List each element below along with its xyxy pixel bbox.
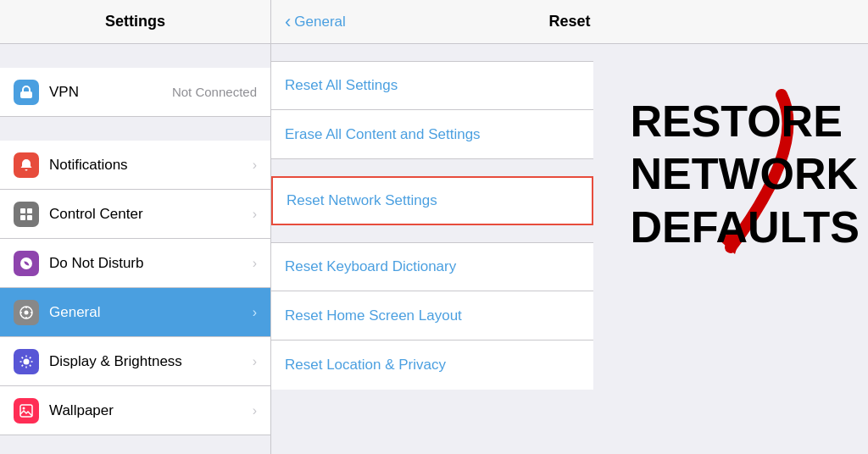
notifications-icon (14, 152, 39, 178)
restore-network-defaults-text: RESTORE NETWORK DEFAULTS (630, 95, 860, 253)
reset-group-3: Reset Keyboard Dictionary Reset Home Scr… (271, 242, 593, 390)
annotation-area: RESTORE NETWORK DEFAULTS (593, 44, 868, 454)
svg-rect-1 (20, 208, 25, 213)
sidebar-section-separator (0, 44, 270, 68)
sidebar-section-separator2 (0, 117, 270, 141)
reset-item-all-settings[interactable]: Reset All Settings (271, 61, 593, 110)
general-chevron: › (253, 305, 257, 320)
sidebar-item-dnd-label: Do Not Disturb (49, 255, 248, 272)
sidebar-item-display-brightness[interactable]: Display & Brightness › (0, 337, 270, 386)
sidebar-item-control-center-label: Control Center (49, 206, 248, 223)
nav-back-label: General (294, 14, 345, 30)
sidebar-header: Settings (0, 0, 270, 44)
general-icon (14, 300, 39, 325)
reset-group-2: Reset Network Settings (271, 176, 593, 225)
sidebar-item-vpn-label: VPN (49, 84, 172, 101)
svg-point-21 (23, 407, 25, 409)
gap-2 (271, 225, 593, 242)
nav-bar: ‹ General Reset (271, 0, 868, 44)
display-chevron: › (253, 354, 257, 369)
sidebar-item-notifications[interactable]: Notifications › (0, 141, 270, 190)
reset-list: Reset All Settings Erase All Content and… (271, 61, 593, 390)
nav-title: Reset (548, 13, 590, 30)
sidebar-item-control-center[interactable]: Control Center › (0, 190, 270, 239)
panel-container: Reset All Settings Erase All Content and… (271, 44, 868, 454)
reset-home-screen-layout-label: Reset Home Screen Layout (285, 307, 462, 324)
svg-point-6 (25, 310, 29, 314)
sidebar-title: Settings (105, 13, 165, 30)
svg-rect-2 (27, 208, 32, 213)
sidebar-item-wallpaper-label: Wallpaper (49, 402, 248, 419)
detail-panel: Reset All Settings Erase All Content and… (271, 44, 593, 454)
wallpaper-chevron: › (253, 403, 257, 418)
control-center-icon (14, 202, 39, 227)
reset-item-erase-content[interactable]: Erase All Content and Settings (271, 110, 593, 159)
back-arrow-icon: ‹ (285, 11, 291, 33)
svg-line-17 (30, 364, 31, 366)
sidebar-item-vpn-value: Not Connected (172, 85, 257, 99)
main-panel: ‹ General Reset Reset All Settings Erase… (271, 0, 868, 454)
svg-point-11 (24, 358, 30, 364)
reset-network-settings-label: Reset Network Settings (287, 192, 437, 209)
display-brightness-icon (14, 349, 39, 374)
sidebar-item-wallpaper[interactable]: Wallpaper › (0, 386, 270, 435)
control-center-chevron: › (253, 207, 257, 222)
reset-group-1: Reset All Settings Erase All Content and… (271, 61, 593, 159)
reset-item-home-screen-layout[interactable]: Reset Home Screen Layout (271, 291, 593, 340)
sidebar-item-general-label: General (49, 304, 248, 321)
restore-line1: RESTORE (630, 95, 860, 147)
sidebar-item-general[interactable]: General › (0, 288, 270, 337)
svg-line-19 (22, 364, 24, 366)
svg-line-16 (22, 357, 24, 358)
reset-item-keyboard-dictionary[interactable]: Reset Keyboard Dictionary (271, 242, 593, 291)
svg-rect-3 (20, 215, 25, 220)
svg-rect-4 (27, 215, 32, 220)
svg-line-18 (30, 357, 31, 358)
sidebar: Settings VPN Not Connected Notifications… (0, 0, 271, 454)
vpn-icon (14, 80, 39, 105)
do-not-disturb-icon (14, 251, 39, 276)
wallpaper-icon (14, 398, 39, 424)
gap-1 (271, 159, 593, 176)
reset-item-network-settings[interactable]: Reset Network Settings (271, 176, 593, 225)
erase-all-content-label: Erase All Content and Settings (285, 126, 481, 143)
restore-line3: DEFAULTS (630, 201, 860, 253)
restore-line2: NETWORK (630, 147, 860, 200)
sidebar-item-vpn[interactable]: VPN Not Connected (0, 68, 270, 117)
reset-location-privacy-label: Reset Location & Privacy (285, 357, 446, 374)
sidebar-item-notifications-label: Notifications (49, 157, 248, 174)
dnd-chevron: › (253, 256, 257, 271)
reset-item-location-privacy[interactable]: Reset Location & Privacy (271, 340, 593, 390)
sidebar-item-do-not-disturb[interactable]: Do Not Disturb › (0, 239, 270, 288)
nav-back-button[interactable]: ‹ General (285, 11, 346, 33)
notifications-chevron: › (253, 158, 257, 173)
svg-rect-0 (20, 91, 32, 98)
sidebar-item-display-label: Display & Brightness (49, 353, 248, 370)
reset-all-settings-label: Reset All Settings (285, 77, 398, 94)
reset-keyboard-dictionary-label: Reset Keyboard Dictionary (285, 258, 456, 275)
